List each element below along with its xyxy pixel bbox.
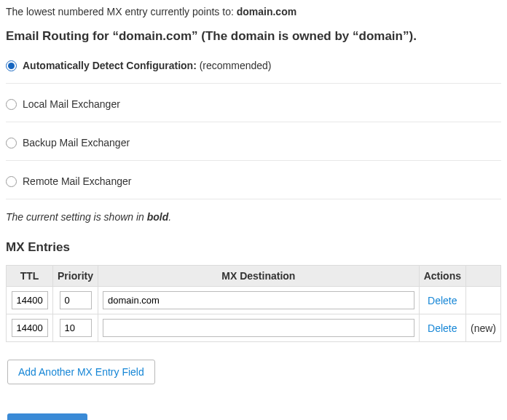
delete-link[interactable]: Delete bbox=[428, 295, 457, 306]
priority-input[interactable] bbox=[60, 319, 92, 337]
row-suffix: (new) bbox=[471, 322, 496, 334]
routing-option-backup: Backup Mail Exchanger bbox=[6, 134, 501, 161]
intro-prefix: The lowest numbered MX entry currently p… bbox=[6, 6, 237, 17]
radio-backup[interactable] bbox=[6, 138, 17, 148]
radio-auto-label[interactable]: Automatically Detect Configuration: (rec… bbox=[23, 60, 272, 71]
destination-input[interactable] bbox=[103, 291, 414, 309]
routing-option-remote: Remote Mail Exchanger bbox=[6, 173, 501, 199]
ttl-input[interactable] bbox=[12, 319, 48, 337]
th-suffix bbox=[465, 266, 500, 287]
radio-local-label[interactable]: Local Mail Exchanger bbox=[23, 98, 120, 110]
routing-option-local: Local Mail Exchanger bbox=[6, 95, 501, 122]
th-ttl: TTL bbox=[7, 266, 53, 287]
radio-auto[interactable] bbox=[6, 60, 17, 71]
add-another-mx-button[interactable]: Add Another MX Entry Field bbox=[7, 360, 155, 384]
destination-input[interactable] bbox=[103, 319, 414, 337]
radio-remote[interactable] bbox=[6, 176, 17, 187]
th-destination: MX Destination bbox=[98, 266, 420, 287]
intro-line: The lowest numbered MX entry currently p… bbox=[6, 6, 501, 17]
table-row: Delete (new) bbox=[7, 314, 501, 342]
routing-option-auto: Automatically Detect Configuration: (rec… bbox=[6, 57, 501, 84]
th-actions: Actions bbox=[419, 266, 465, 287]
routing-heading: Email Routing for “domain.com” (The doma… bbox=[6, 29, 501, 44]
mx-entries-table: TTL Priority MX Destination Actions Dele… bbox=[6, 265, 501, 342]
radio-local[interactable] bbox=[6, 99, 17, 110]
mx-entries-heading: MX Entries bbox=[6, 240, 501, 255]
current-setting-hint: The current setting is shown in bold. bbox=[6, 211, 501, 223]
radio-backup-label[interactable]: Backup Mail Exchanger bbox=[23, 137, 130, 148]
radio-remote-label[interactable]: Remote Mail Exchanger bbox=[23, 175, 131, 187]
delete-link[interactable]: Delete bbox=[428, 322, 457, 334]
intro-target: domain.com bbox=[237, 6, 296, 17]
save-button[interactable]: Save bbox=[7, 413, 87, 420]
table-header-row: TTL Priority MX Destination Actions bbox=[7, 266, 501, 287]
ttl-input[interactable] bbox=[12, 291, 48, 309]
th-priority: Priority bbox=[53, 266, 98, 287]
priority-input[interactable] bbox=[60, 291, 92, 309]
table-row: Delete bbox=[7, 287, 501, 314]
